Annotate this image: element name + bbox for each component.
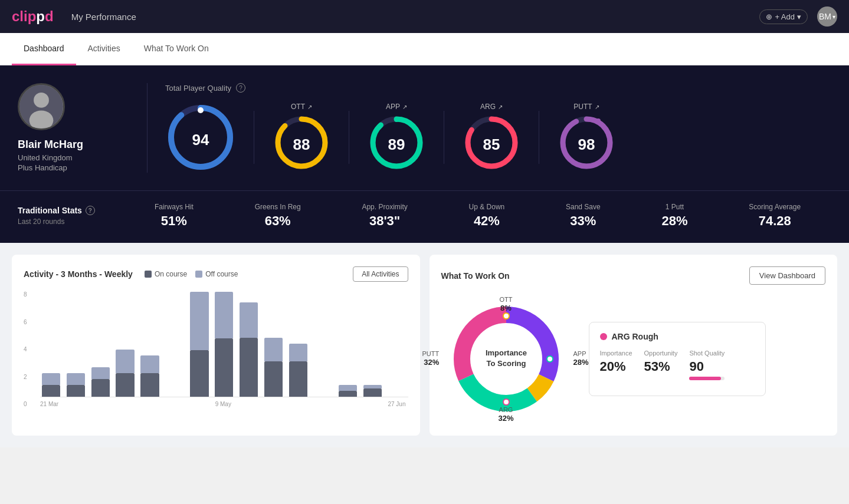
gauge-putt-label: PUTT ↗: [573, 103, 599, 111]
svg-point-20: [596, 118, 601, 123]
gauge-total: 94: [165, 102, 236, 173]
bar-group: [263, 291, 284, 397]
svg-text:98: 98: [578, 136, 595, 153]
bar-oncourse: [140, 373, 159, 397]
stat-scoring: Scoring Average 74.28: [749, 203, 801, 229]
stat-sandsave-label: Sand Save: [566, 203, 601, 211]
gauge-app: APP ↗ 89: [367, 103, 426, 172]
stat-sandsave-value: 33%: [570, 213, 596, 229]
bar-offcourse: [140, 355, 159, 373]
bar-oncourse: [363, 388, 382, 397]
what-panel-title: What To Work On: [441, 271, 510, 281]
player-info: Blair McHarg United Kingdom Plus Handica…: [18, 83, 147, 173]
what-panel-header: What To Work On View Dashboard: [441, 266, 826, 285]
trad-stats-grid: Fairways Hit 51% Greens In Reg 63% App. …: [124, 203, 831, 229]
hero-section: Blair McHarg United Kingdom Plus Handica…: [0, 65, 849, 190]
metric-opportunity: Opportunity 53%: [644, 350, 678, 380]
bar-offcourse: [289, 344, 307, 361]
gauge-putt: PUTT ↗ 98: [557, 103, 616, 172]
bar-offcourse: [264, 338, 283, 361]
stat-gir: Greens In Reg 63%: [255, 203, 301, 229]
chevron-down-icon: ▾: [797, 12, 801, 21]
tab-dashboard[interactable]: Dashboard: [12, 33, 76, 65]
svg-point-5: [198, 107, 204, 113]
stat-proximity: App. Proximity 38'3": [362, 203, 407, 229]
bar-group: [164, 291, 186, 397]
info-icon[interactable]: ?: [236, 83, 245, 93]
gauge-divider-2: [349, 111, 349, 164]
bar-offcourse: [67, 373, 85, 385]
stat-updown-value: 42%: [474, 213, 500, 229]
tab-activities[interactable]: Activities: [76, 33, 132, 65]
bar-oncourse: [240, 338, 258, 397]
arrow-icon: ↗: [595, 104, 599, 110]
trad-stats-title: Traditional Stats: [18, 206, 82, 215]
arrow-icon: ↗: [307, 104, 312, 110]
shot-quality-bar: [689, 377, 725, 380]
chart-legend: On course Off course: [145, 270, 238, 278]
arrow-icon: ↗: [402, 104, 407, 110]
legend-oncourse: On course: [145, 270, 187, 278]
tab-what-to-work-on[interactable]: What To Work On: [132, 33, 221, 65]
bar-group: [90, 291, 112, 397]
chart-yaxis: 8 6 4 2 0: [24, 291, 29, 407]
detail-dot: [600, 333, 607, 340]
detail-card: ARG Rough Importance 20% Opportunity 53%…: [589, 322, 766, 396]
bar-group: [65, 291, 87, 397]
bottom-panels: Activity - 3 Months - Weekly On course O…: [0, 243, 849, 447]
donut-label-putt: PUTT 32%: [422, 350, 440, 368]
bar-group: [139, 291, 161, 397]
svg-text:Importance: Importance: [485, 348, 526, 357]
svg-point-12: [394, 117, 399, 122]
detail-card-title: ARG Rough: [600, 332, 755, 341]
gauge-arg-label: ARG ↗: [480, 103, 503, 111]
bar-group: [312, 291, 334, 397]
activity-panel-header: Activity - 3 Months - Weekly On course O…: [24, 266, 408, 282]
quality-title: Total Player Quality: [165, 84, 231, 93]
player-name: Blair McHarg: [18, 139, 83, 151]
player-avatar: [18, 83, 65, 130]
svg-point-28: [547, 356, 553, 362]
avatar[interactable]: BM ▾: [817, 6, 837, 27]
logo-area: clippd My Performance: [12, 8, 136, 25]
bar-group: [362, 291, 383, 397]
legend-offcourse: Off course: [195, 270, 238, 278]
player-handicap: Plus Handicap: [18, 163, 67, 172]
gauge-divider-1: [254, 111, 254, 164]
gauge-app-label: APP ↗: [386, 103, 407, 111]
stat-fairways-label: Fairways Hit: [155, 203, 194, 211]
svg-text:89: 89: [388, 136, 405, 153]
page-title: My Performance: [71, 12, 136, 22]
add-button[interactable]: ⊕ + Add ▾: [759, 9, 808, 24]
bar-group: [114, 291, 136, 397]
stat-fairways: Fairways Hit 51%: [155, 203, 194, 229]
view-dashboard-button[interactable]: View Dashboard: [749, 266, 825, 285]
stat-scoring-label: Scoring Average: [749, 203, 801, 211]
traditional-stats: Traditional Stats ? Last 20 rounds Fairw…: [0, 190, 849, 243]
bar-offcourse: [190, 292, 208, 350]
bar-oncourse: [190, 350, 208, 397]
svg-text:88: 88: [293, 136, 310, 153]
info-icon-trad[interactable]: ?: [86, 206, 95, 215]
logo: clippd: [12, 8, 54, 25]
quality-section: Total Player Quality ? 94 OTT ↗: [147, 83, 831, 173]
svg-point-2: [29, 110, 54, 130]
arrow-icon: ↗: [498, 104, 503, 110]
bar-chart: [40, 291, 408, 397]
bar-group: [213, 291, 235, 397]
bar-oncourse: [42, 385, 60, 397]
bar-offcourse: [91, 367, 110, 379]
quality-circles: 94 OTT ↗ 88 APP: [165, 102, 831, 173]
activity-chart-panel: Activity - 3 Months - Weekly On course O…: [12, 255, 420, 436]
gauge-divider-4: [539, 111, 539, 164]
svg-text:85: 85: [483, 136, 500, 153]
bar-group: [386, 291, 408, 397]
donut-label-ott: OTT 8%: [500, 295, 513, 314]
bar-oncourse: [339, 391, 357, 397]
stat-updown-label: Up & Down: [469, 203, 505, 211]
stat-sandsave: Sand Save 33%: [566, 203, 601, 229]
header: clippd My Performance ⊕ + Add ▾ BM ▾: [0, 0, 849, 33]
trad-stats-subtitle: Last 20 rounds: [18, 218, 124, 226]
all-activities-button[interactable]: All Activities: [353, 266, 408, 282]
bar-offcourse: [42, 373, 60, 385]
